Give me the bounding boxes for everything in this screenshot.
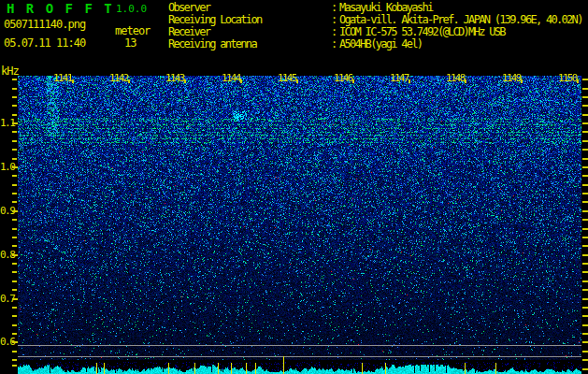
freq-axis-label: 0.7 bbox=[0, 293, 13, 305]
freq-tick-right bbox=[582, 351, 588, 352]
time-axis-label: 1143 bbox=[165, 72, 184, 84]
freq-tick-right bbox=[582, 359, 588, 361]
gray-gridline bbox=[18, 345, 581, 346]
freq-major-tick bbox=[12, 166, 18, 168]
freq-minor-tick bbox=[12, 324, 17, 326]
freq-minor-tick bbox=[12, 201, 17, 203]
freq-minor-tick bbox=[12, 105, 17, 107]
freq-minor-tick bbox=[12, 237, 17, 238]
freq-tick-right bbox=[582, 166, 588, 168]
time-axis-label: 1149 bbox=[502, 72, 521, 84]
observation-datetime: 05.07.11 11:40 bbox=[4, 36, 85, 50]
freq-minor-tick bbox=[12, 271, 17, 273]
freq-tick-right bbox=[582, 122, 588, 124]
info-value: A504HB(yagi 4el) bbox=[339, 38, 422, 50]
output-filename: 0507111140.png bbox=[4, 18, 85, 31]
freq-tick-right bbox=[582, 245, 588, 247]
spectrogram-canvas bbox=[18, 76, 581, 360]
freq-minor-tick bbox=[12, 158, 17, 160]
freq-tick-right bbox=[582, 228, 588, 230]
freq-tick-right bbox=[582, 158, 588, 160]
time-tick bbox=[577, 79, 579, 83]
meteor-event-line bbox=[194, 363, 195, 374]
freq-minor-tick bbox=[12, 79, 17, 80]
freq-tick-right bbox=[582, 271, 588, 273]
freq-tick-right bbox=[582, 315, 588, 317]
freq-tick-right bbox=[582, 201, 588, 203]
freq-tick-right bbox=[582, 289, 588, 291]
freq-tick-right bbox=[582, 280, 588, 282]
meteor-event-line bbox=[246, 363, 247, 374]
time-tick bbox=[352, 79, 354, 83]
freq-tick-right bbox=[582, 237, 588, 238]
freq-tick-right bbox=[582, 307, 588, 309]
strip-tick-left bbox=[12, 365, 17, 367]
time-tick bbox=[72, 79, 74, 83]
info-row-antenna: Receiving antenna:A504HB(yagi 4el) bbox=[168, 38, 582, 50]
freq-tick-right bbox=[582, 324, 588, 326]
time-axis-label: 1148 bbox=[446, 72, 465, 84]
freq-tick-right bbox=[582, 88, 588, 90]
freq-tick-right bbox=[582, 131, 588, 133]
freq-tick-right bbox=[582, 219, 588, 221]
station-info-panel: Observer:Masayuki Kobayashi Receiving Lo… bbox=[168, 2, 582, 50]
meteor-event-line bbox=[362, 363, 363, 374]
time-tick bbox=[296, 79, 298, 83]
freq-tick-right bbox=[582, 368, 588, 370]
freq-tick-right bbox=[582, 79, 588, 80]
freq-minor-tick bbox=[12, 228, 17, 230]
meteor-event-line bbox=[168, 363, 169, 374]
freq-minor-tick bbox=[12, 114, 17, 116]
freq-minor-tick bbox=[12, 315, 17, 317]
meteor-event-line bbox=[283, 356, 284, 374]
time-axis-label: 1144 bbox=[222, 72, 240, 84]
freq-minor-tick bbox=[12, 96, 17, 98]
freq-axis-label: 0.8 bbox=[0, 249, 13, 261]
freq-major-tick bbox=[12, 254, 18, 256]
freq-minor-tick bbox=[12, 307, 17, 309]
time-axis-label: 1150 bbox=[558, 72, 577, 84]
freq-axis-label: 0.9 bbox=[0, 205, 13, 217]
time-tick bbox=[240, 79, 242, 83]
meteor-event-line bbox=[218, 363, 219, 374]
freq-axis-label: 1.1 bbox=[0, 117, 13, 129]
freq-tick-right bbox=[582, 254, 588, 256]
meteor-event-line bbox=[465, 363, 466, 374]
freq-minor-tick bbox=[12, 219, 17, 221]
hrofft-spectrogram-app: { "header": { "app_title": "H R O F F T"… bbox=[0, 0, 588, 374]
time-tick bbox=[409, 79, 410, 83]
freq-major-tick bbox=[12, 122, 18, 124]
freq-minor-tick bbox=[12, 333, 17, 335]
meteor-event-line bbox=[385, 363, 386, 374]
freq-tick-right bbox=[582, 193, 588, 194]
freq-major-tick bbox=[12, 210, 18, 212]
freq-minor-tick bbox=[12, 359, 17, 361]
meteor-event-line bbox=[104, 363, 105, 374]
freq-minor-tick bbox=[12, 280, 17, 282]
time-axis-label: 1146 bbox=[334, 72, 352, 84]
meteor-event-line bbox=[495, 363, 496, 374]
freq-minor-tick bbox=[12, 184, 17, 186]
signal-level-strip-canvas bbox=[18, 362, 581, 374]
info-label: Receiving antenna bbox=[168, 38, 331, 50]
meteor-event-line bbox=[96, 363, 97, 374]
freq-minor-tick bbox=[12, 245, 17, 247]
meteor-event-line bbox=[231, 363, 232, 374]
time-tick bbox=[184, 79, 186, 83]
time-tick bbox=[465, 79, 466, 83]
freq-tick-right bbox=[582, 263, 588, 265]
freq-major-tick bbox=[12, 298, 18, 300]
freq-tick-right bbox=[582, 210, 588, 212]
meteor-count: 13 bbox=[124, 36, 136, 50]
freq-minor-tick bbox=[12, 88, 17, 90]
freq-minor-tick bbox=[12, 263, 17, 265]
meteor-event-line bbox=[255, 363, 256, 374]
freq-major-tick bbox=[12, 341, 18, 343]
observation-mode-label: meteor bbox=[115, 24, 150, 37]
app-title: H R O F F T bbox=[7, 1, 114, 16]
time-axis-label: 1142 bbox=[109, 72, 128, 84]
freq-minor-tick bbox=[12, 289, 17, 291]
time-axis-label: 1145 bbox=[278, 72, 296, 84]
time-tick bbox=[128, 79, 130, 83]
freq-minor-tick bbox=[12, 149, 17, 151]
